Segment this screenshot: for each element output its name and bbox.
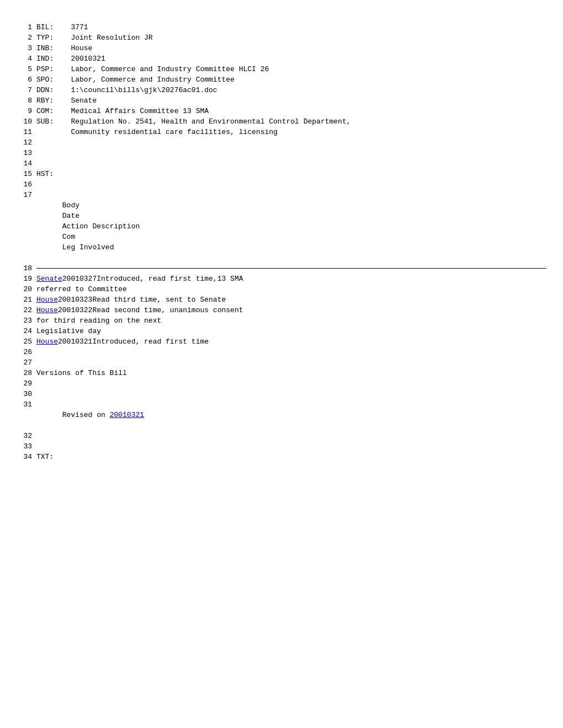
post-history-content	[36, 378, 546, 389]
line-content	[36, 158, 546, 169]
history-body[interactable]: House	[36, 306, 58, 314]
line-num-23: 23	[17, 315, 32, 326]
history-action: Introduced, read first time,	[97, 275, 217, 283]
line-content: IND: 20010321	[36, 53, 546, 64]
history-body[interactable]: House	[36, 338, 58, 346]
post-history-line: 27	[17, 357, 546, 368]
line-num-26: 26	[17, 347, 32, 357]
history-row-content: Senate20010327Introduced, read first tim…	[36, 274, 546, 284]
line-num-8: 8	[17, 95, 32, 106]
history-row: 21House20010323Read third time, sent to …	[17, 295, 546, 305]
history-row-content: House20010323Read third time, sent to Se…	[36, 295, 546, 305]
revised-content: Revised on 20010321	[36, 399, 546, 431]
line-num-14: 14	[17, 158, 32, 169]
history-row: 23for third reading on the next	[17, 315, 546, 326]
line-num-17: 17	[17, 190, 32, 263]
history-row-content: Legislative day	[36, 326, 546, 336]
history-row: 19Senate20010327Introduced, read first t…	[17, 274, 546, 284]
col-com-header: Com	[62, 233, 75, 241]
col-date-header: Date	[62, 212, 79, 220]
final-line: 34TXT:	[17, 452, 546, 462]
line-num-7: 7	[17, 85, 32, 95]
divider-content	[36, 268, 546, 269]
history-action: Read third time, sent to Senate	[92, 296, 226, 304]
line-num-20: 20	[17, 284, 32, 295]
line-row: 3INB: House	[17, 43, 546, 53]
line-content: SPO: Labor, Commerce and Industry Commit…	[36, 74, 546, 85]
revised-line: 31 Revised on 20010321	[17, 399, 546, 431]
line-row: 15HST:	[17, 169, 546, 179]
line-content: INB: House	[36, 43, 546, 53]
line-content: TYP: Joint Resolution JR	[36, 33, 546, 43]
line-num-2: 2	[17, 33, 32, 43]
line-num-13: 13	[17, 148, 32, 158]
line-num-28: 28	[17, 368, 32, 378]
body-link[interactable]: House	[36, 338, 58, 346]
history-action: Read second time, unanimous consent	[92, 306, 243, 314]
line-content: COM: Medical Affairs Committee 13 SMA	[36, 106, 546, 116]
line-num-27: 27	[17, 357, 32, 368]
line-num-10: 10	[17, 116, 32, 127]
history-date: 20010322	[58, 306, 92, 314]
line-num-9: 9	[17, 106, 32, 116]
body-link[interactable]: House	[36, 296, 58, 304]
body-link[interactable]: House	[36, 306, 58, 314]
revised-link[interactable]: 20010321	[110, 411, 144, 419]
post-history-container: 262728Versions of This Bill2930	[17, 347, 546, 399]
history-header: 17 Body Date Action Description Com Leg …	[17, 190, 546, 263]
body-link[interactable]: Senate	[36, 275, 62, 283]
history-header-content: Body Date Action Description Com Leg Inv…	[36, 190, 546, 263]
lines-container: 1BIL: 37712TYP: Joint Resolution JR3INB:…	[17, 22, 546, 190]
line-content: RBY: Senate	[36, 95, 546, 106]
line-num-31: 31	[17, 399, 32, 431]
post-history-line: 28Versions of This Bill	[17, 368, 546, 378]
line-num-34: 34	[17, 452, 32, 462]
line-content: Community residential care facilities, l…	[36, 127, 546, 137]
line-row: 2TYP: Joint Resolution JR	[17, 33, 546, 43]
line-num-24: 24	[17, 326, 32, 336]
line-row: 12	[17, 137, 546, 148]
history-row: 20referred to Committee	[17, 284, 546, 295]
line-row: 14	[17, 158, 546, 169]
history-date: 20010327	[62, 275, 97, 283]
line-content: HST:	[36, 169, 546, 179]
history-action: Legislative day	[36, 327, 101, 335]
line-num-18: 18	[17, 263, 32, 274]
final-content	[36, 431, 546, 441]
history-body[interactable]: House	[36, 296, 58, 304]
history-date: 20010323	[58, 296, 92, 304]
document: 1BIL: 37712TYP: Joint Resolution JR3INB:…	[17, 22, 546, 462]
line-content: PSP: Labor, Commerce and Industry Commit…	[36, 64, 546, 74]
history-row-content: referred to Committee	[36, 284, 546, 295]
line-row: 7DDN: 1:\council\bills\gjk\20276ac01.doc	[17, 85, 546, 95]
line-num-11: 11	[17, 127, 32, 137]
final-lines-container: 323334TXT:	[17, 431, 546, 462]
line-num-12: 12	[17, 137, 32, 148]
final-content: TXT:	[36, 452, 546, 462]
history-row-content: for third reading on the next	[36, 315, 546, 326]
line-content	[36, 179, 546, 190]
col-body-header: Body	[62, 201, 79, 210]
line-num-29: 29	[17, 378, 32, 389]
post-history-content	[36, 347, 546, 357]
history-rows-container: 19Senate20010327Introduced, read first t…	[17, 274, 546, 347]
line-num-16: 16	[17, 179, 32, 190]
post-history-content	[36, 389, 546, 399]
line-row: 11 Community residential care facilities…	[17, 127, 546, 137]
line-content: SUB: Regulation No. 2541, Health and Env…	[36, 116, 546, 127]
line-num-3: 3	[17, 43, 32, 53]
history-row: 25House20010321Introduced, read first ti…	[17, 336, 546, 347]
history-body[interactable]: Senate	[36, 275, 62, 283]
history-date: 20010321	[58, 338, 92, 346]
line-num-15: 15	[17, 169, 32, 179]
final-content	[36, 441, 546, 452]
history-row-content: House20010321Introduced, read first time	[36, 336, 546, 347]
line-num-6: 6	[17, 74, 32, 85]
line-row: 6SPO: Labor, Commerce and Industry Commi…	[17, 74, 546, 85]
line-row: 8RBY: Senate	[17, 95, 546, 106]
line-num-4: 4	[17, 53, 32, 64]
line-num-32: 32	[17, 431, 32, 441]
col-action-header: Action Description	[62, 222, 140, 231]
line-num-30: 30	[17, 389, 32, 399]
post-history-content: Versions of This Bill	[36, 368, 546, 378]
